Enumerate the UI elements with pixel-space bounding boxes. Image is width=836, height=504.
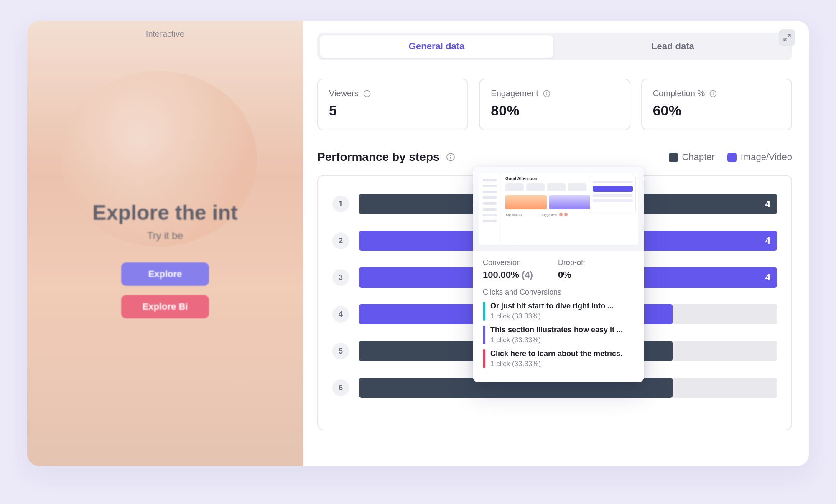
tab-general-data[interactable]: General data [320, 35, 553, 58]
legend-chapter: Chapter [669, 152, 715, 163]
tab-lead-data[interactable]: Lead data [556, 35, 790, 58]
metric-completion-value: 60% [653, 102, 780, 119]
info-icon[interactable] [543, 89, 551, 98]
info-icon[interactable] [446, 152, 456, 162]
tooltip-thumbnail: Good Afternoon Top Boards Suggested [473, 167, 644, 251]
legend-media: Image/Video [727, 152, 792, 163]
metric-engagement: Engagement 80% [479, 79, 630, 130]
row-index: 3 [332, 269, 349, 286]
section-title: Performance by steps [317, 150, 440, 164]
metric-viewers-value: 5 [329, 102, 456, 119]
tooltip-conversion-count: (4) [522, 270, 533, 280]
tooltip-dropoff-label: Drop-off [558, 258, 585, 267]
info-icon[interactable] [709, 89, 717, 98]
tooltip-conversion-value: 100.00% [483, 270, 519, 280]
row-index: 1 [332, 196, 349, 212]
metric-viewers: Viewers 5 [317, 79, 468, 130]
step-tooltip: Good Afternoon Top Boards Suggested [473, 167, 644, 382]
svg-point-5 [546, 92, 547, 92]
metric-engagement-value: 80% [491, 102, 618, 119]
metric-completion-label: Completion % [653, 89, 705, 98]
tooltip-conversion-label: Conversion [483, 258, 533, 267]
row-index: 5 [332, 343, 349, 359]
expand-icon [783, 33, 791, 42]
tooltip-section-title: Clicks and Conversions [483, 288, 634, 297]
row-index: 4 [332, 306, 349, 323]
svg-point-11 [450, 155, 451, 156]
expand-button[interactable] [779, 29, 795, 46]
info-icon[interactable] [363, 89, 371, 98]
tooltip-dropoff-value: 0% [558, 270, 585, 280]
metric-engagement-label: Engagement [491, 89, 538, 98]
tooltip-click-item: Or just hit start to dive right into ...… [483, 302, 634, 321]
bar-value: 4 [765, 272, 770, 283]
performance-chart: 142434456 Good Afternoon Top Boards Sugg… [317, 175, 792, 430]
svg-point-2 [367, 92, 367, 92]
metric-completion: Completion % 60% [641, 79, 792, 130]
tooltip-click-item: This section illustrates how easy it ...… [483, 326, 634, 344]
analytics-tabs: General data Lead data [317, 33, 792, 60]
svg-point-8 [713, 92, 714, 92]
demo-preview-pane: Interactive Explore the int Try it be Ex… [27, 21, 303, 466]
row-index: 6 [332, 379, 349, 396]
row-index: 2 [332, 232, 349, 249]
chart-legend: Chapter Image/Video [669, 152, 792, 163]
metric-viewers-label: Viewers [329, 89, 359, 98]
bar-value: 4 [765, 235, 770, 246]
analytics-panel: General data Lead data Viewers 5 Engagem… [303, 21, 809, 466]
tooltip-click-item: Click here to learn about the metrics.1 … [483, 349, 634, 368]
bar-value: 4 [765, 199, 770, 209]
